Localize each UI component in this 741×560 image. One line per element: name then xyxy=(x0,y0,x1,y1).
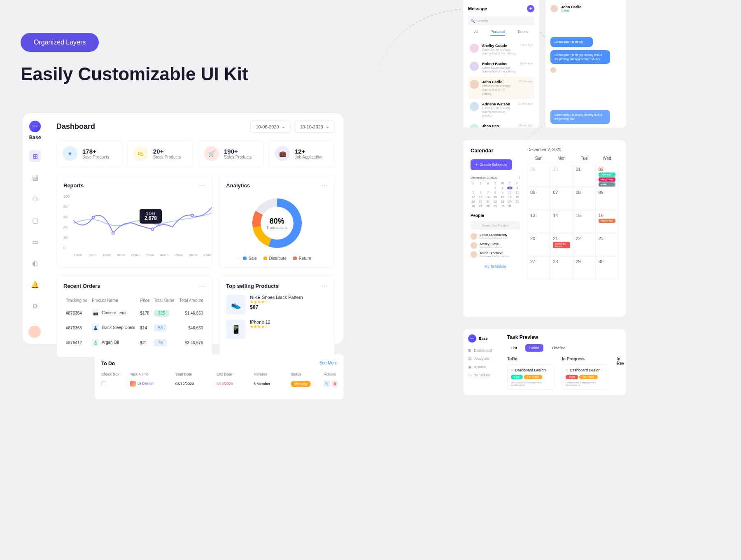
chevron-down-icon: ⌄ xyxy=(326,124,329,129)
todo-row: Ui Design 03/12/2020 5/12/2020 5 Member … xyxy=(101,380,337,387)
tab-all[interactable]: All xyxy=(474,30,478,36)
date-from-picker[interactable]: 10-06-2020 ⌄ xyxy=(250,121,290,133)
task-nav-schedule[interactable]: ▭ Schedule xyxy=(468,373,497,377)
product-item: 👟NIKE Shoes Black Pattern★★★★☆$87 xyxy=(226,295,328,315)
message-item[interactable]: Jhon DeoLorem ipsum is simply dummy text… xyxy=(468,121,534,128)
see-more-link[interactable]: See More xyxy=(319,361,337,366)
tab-teams[interactable]: Teams xyxy=(517,30,529,36)
legend-distribute: Distribute xyxy=(263,256,287,261)
delete-button[interactable]: 🗑 xyxy=(331,380,338,387)
col-progress: In Progress xyxy=(562,357,609,361)
nav-bell-icon[interactable]: 🔔 xyxy=(29,279,41,290)
task-card[interactable]: Dashboard DesignLowOn TrackDiscussion fo… xyxy=(507,364,555,390)
sidebar: 〰 Base ⊞ ▤ ⚇ ▢ ▭ ◐ 🔔 ⚙ xyxy=(23,113,47,344)
people-item[interactable]: Eddie Lobanovskiylaboanovskiy@gmail.com xyxy=(471,233,520,240)
task-card[interactable]: Dashboard DesignHighOn TrackDiscussion f… xyxy=(562,364,609,390)
chat-bubble: Lorem ipsum is simply dummy text of the … xyxy=(550,50,610,64)
analytics-title: Analytics xyxy=(226,182,250,189)
people-item[interactable]: Alexey Stavealexeyst@gmail.com xyxy=(471,242,520,249)
people-search[interactable]: Search for People xyxy=(471,221,520,230)
table-row: #876368👗Black Sleep Dress$1453$46,660 xyxy=(64,321,205,335)
more-icon[interactable]: ⋯ xyxy=(321,282,328,290)
col-review: In Rev xyxy=(617,357,624,366)
reports-panel: Reports⋯ 100806040200 10am11am12am01am02… xyxy=(56,175,212,268)
my-schedule-link[interactable]: My Schedule xyxy=(471,264,520,268)
calendar-title: Calendar xyxy=(471,147,520,154)
people-title: People xyxy=(471,213,520,218)
message-item[interactable]: John CariloLorem ipsum is simply dummy t… xyxy=(468,77,534,98)
legend-sale: Sale xyxy=(243,256,257,261)
chevron-down-icon: ⌄ xyxy=(282,124,285,129)
chart-tooltip: Sales2,678 xyxy=(140,209,162,224)
legend-return: Return xyxy=(293,256,311,261)
logo-text: Base xyxy=(29,135,41,140)
tab-timeline[interactable]: Timeline xyxy=(548,344,570,352)
col-todo: ToDo xyxy=(507,357,555,361)
svg-point-2 xyxy=(151,228,154,231)
reports-chart: 100806040200 10am11am12am01am02am03am04a… xyxy=(63,194,205,256)
chat-bubble: Lorem ipsum is simply xyxy=(550,37,593,47)
chat-status: Online xyxy=(561,9,582,12)
message-item[interactable]: Robert BacinsLorem ipsum is simply dummy… xyxy=(468,58,534,77)
status-badge: Pending xyxy=(291,381,311,387)
top-selling-panel: Top selling Products⋯ 👟NIKE Shoes Black … xyxy=(219,275,335,357)
nav-dashboard-icon[interactable]: ⊞ xyxy=(29,150,41,162)
task-nav-analytics[interactable]: ▤ Analytics xyxy=(468,357,497,361)
user-avatar[interactable] xyxy=(28,326,41,338)
people-item[interactable]: Anton Tkachevetkacheveanton@gmail.com xyxy=(471,251,520,258)
dashboard-panel: 〰 Base ⊞ ▤ ⚇ ▢ ▭ ◐ 🔔 ⚙ Dashboard 10-06-2… xyxy=(23,113,344,344)
recent-orders-title: Recent Orders xyxy=(63,283,100,289)
tab-personal[interactable]: Personal xyxy=(490,30,505,36)
mini-calendar[interactable]: SSMTWTF 1234 567891011 12131415161718 19… xyxy=(471,182,520,208)
product-item: 📱iPhone 12★★★★☆ xyxy=(226,320,328,339)
nav-users-icon[interactable]: ⚇ xyxy=(29,193,41,205)
message-item[interactable]: Shelby GoodeLorem ipsum is simply dummy … xyxy=(468,40,534,58)
stat-save-products: ♥178+Save Products xyxy=(56,140,122,167)
tab-board[interactable]: Board xyxy=(525,344,543,352)
todo-title: To Do xyxy=(101,361,115,366)
chevron-icon[interactable]: › xyxy=(519,176,520,180)
chat-avatar xyxy=(550,5,558,12)
svg-point-1 xyxy=(112,232,114,234)
dashboard-title: Dashboard xyxy=(56,122,95,131)
more-icon[interactable]: ⋯ xyxy=(321,182,328,189)
date-to-picker[interactable]: 10-10-2020 ⌄ xyxy=(295,121,335,133)
figma-icon xyxy=(130,381,136,387)
messages-panel: Message+ 🔍 Search AllPersonalTeams Shelb… xyxy=(463,0,539,128)
svg-point-0 xyxy=(92,216,95,219)
edit-button[interactable]: ✎ xyxy=(324,380,330,387)
table-row: #876364📷Camera Lens$178325$1,46,660 xyxy=(64,306,205,320)
task-nav-dashboard[interactable]: ⊞ Dashboard xyxy=(468,348,497,352)
chat-user-name: John Carlio xyxy=(561,5,582,9)
table-row: #876412🧴Argan Oil$2178$3,46,676 xyxy=(64,336,205,350)
more-icon[interactable]: ⋯ xyxy=(199,282,205,290)
message-item[interactable]: Adriene WatsonLorem ipsum is simply dumm… xyxy=(468,99,534,121)
nav-docs-icon[interactable]: ▢ xyxy=(29,215,41,226)
hero-title: Easily Customizable UI Kit xyxy=(21,64,248,84)
add-message-button[interactable]: + xyxy=(527,5,534,12)
checkbox[interactable] xyxy=(101,381,106,386)
stat-sales-products: 🛒190+Sales Products xyxy=(198,140,264,167)
analytics-donut: 80%Transactions xyxy=(252,198,302,248)
create-schedule-button[interactable]: +Create Schedule xyxy=(471,159,512,170)
plus-icon: + xyxy=(475,163,478,167)
nav-analytics-icon[interactable]: ▤ xyxy=(29,172,41,183)
calendar-grid[interactable]: 293001 02Free dayParty TimeMore 06070809… xyxy=(527,164,618,279)
calendar-panel: Calendar +Create Schedule December 2, 20… xyxy=(463,140,626,317)
logo-icon: 〰 xyxy=(29,121,41,132)
search-input[interactable]: 🔍 Search xyxy=(468,16,534,26)
bag-icon: 🛍 xyxy=(133,146,148,161)
task-preview-title: Task Preview xyxy=(507,334,621,340)
nav-calendar-icon[interactable]: ▭ xyxy=(29,236,41,247)
stat-stock-products: 🛍20+Stock Products xyxy=(127,140,193,167)
task-nav-invoice[interactable]: ▣ Invoice xyxy=(468,365,497,369)
chat-bubble: Lorem ipsum is simply dummy text of the … xyxy=(550,110,610,124)
nav-gear-icon[interactable]: ⚙ xyxy=(29,300,41,312)
chat-panel: John CarlioOnline Lorem ipsum is simply … xyxy=(545,0,626,128)
analytics-panel: Analytics⋯ 80%Transactions Sale Distribu… xyxy=(219,175,335,268)
more-icon[interactable]: ⋯ xyxy=(199,182,205,189)
nav-chat-icon[interactable]: ◐ xyxy=(29,257,41,269)
calendar-date: December 2, 2020 xyxy=(527,147,618,152)
heart-icon: ♥ xyxy=(63,146,77,161)
tab-list[interactable]: List xyxy=(507,344,521,352)
